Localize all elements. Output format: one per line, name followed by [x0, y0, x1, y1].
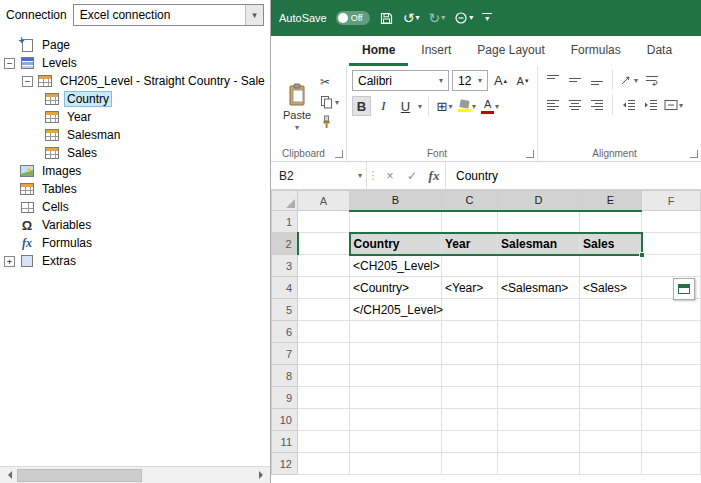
row-header-10[interactable]: 10	[272, 409, 298, 431]
cell[interactable]	[580, 387, 642, 409]
cell[interactable]	[298, 453, 350, 475]
tab-insert[interactable]: Insert	[408, 36, 464, 66]
cell[interactable]	[442, 453, 498, 475]
increase-indent-button[interactable]	[641, 95, 660, 115]
bold-button[interactable]: B	[352, 96, 371, 116]
cell-D2[interactable]: Salesman	[498, 233, 580, 255]
tree-item-level-ch205[interactable]: − CH205_Level - Straight Country - Sale	[0, 72, 270, 90]
tree-item-extras[interactable]: + Extras	[0, 252, 270, 270]
customize-toolbar-button[interactable]: ▾	[482, 13, 492, 23]
cell[interactable]	[498, 255, 580, 277]
cell[interactable]	[580, 255, 642, 277]
cell[interactable]	[498, 343, 580, 365]
horizontal-scrollbar[interactable]	[0, 466, 270, 483]
autosave-toggle[interactable]: Off	[336, 11, 370, 25]
cell-E4[interactable]: <Sales>	[580, 277, 642, 299]
row-header-8[interactable]: 8	[272, 365, 298, 387]
collapse-minus-icon[interactable]: −	[4, 58, 15, 69]
font-size-combobox[interactable]: 12 ▾	[452, 70, 488, 91]
tree-item-tables[interactable]: Tables	[0, 180, 270, 198]
column-header-c[interactable]: C	[442, 191, 498, 211]
wrap-text-button[interactable]	[642, 70, 661, 90]
italic-button[interactable]: I	[374, 96, 393, 116]
dialog-launcher-icon[interactable]	[335, 150, 343, 158]
cell[interactable]	[298, 321, 350, 343]
cell[interactable]	[642, 365, 701, 387]
cell[interactable]	[442, 299, 498, 321]
cell[interactable]	[642, 211, 701, 233]
cell[interactable]	[642, 409, 701, 431]
cell[interactable]	[442, 343, 498, 365]
cell[interactable]	[298, 255, 350, 277]
tree-item-sales[interactable]: Sales	[0, 144, 270, 162]
cell[interactable]	[298, 343, 350, 365]
fill-handle[interactable]	[639, 252, 645, 258]
confirm-entry-button[interactable]: ✓	[401, 162, 423, 189]
row-header-2[interactable]: 2	[272, 233, 298, 255]
row-header-9[interactable]: 9	[272, 387, 298, 409]
collapse-minus-icon[interactable]: −	[22, 76, 33, 87]
scroll-right-button[interactable]	[253, 467, 270, 483]
cell[interactable]	[498, 299, 580, 321]
cell[interactable]	[298, 211, 350, 233]
tab-data[interactable]: Data	[634, 36, 685, 66]
row-header-7[interactable]: 7	[272, 343, 298, 365]
name-box[interactable]: B2 ▾	[271, 162, 367, 189]
cell[interactable]	[498, 409, 580, 431]
cell[interactable]	[442, 211, 498, 233]
cell[interactable]	[298, 233, 350, 255]
font-name-combobox[interactable]: Calibri ▾	[352, 70, 449, 91]
tree-item-country[interactable]: Country	[0, 90, 270, 108]
tree-item-levels[interactable]: − Levels	[0, 54, 270, 72]
paste-button[interactable]: Paste ▾	[276, 70, 318, 145]
cell[interactable]	[580, 211, 642, 233]
cancel-entry-button[interactable]: ×	[379, 162, 401, 189]
cell[interactable]	[350, 211, 442, 233]
cell-B2[interactable]: Country	[350, 233, 442, 255]
orientation-button[interactable]: ▾	[619, 70, 639, 90]
align-right-button[interactable]	[587, 95, 606, 115]
cell[interactable]	[580, 299, 642, 321]
cell[interactable]	[498, 387, 580, 409]
cell[interactable]	[498, 365, 580, 387]
cell-B4[interactable]: <Country>	[350, 277, 442, 299]
cell[interactable]	[350, 321, 442, 343]
cell[interactable]	[350, 431, 442, 453]
font-color-button[interactable]: A ▾	[480, 96, 500, 116]
cell[interactable]	[298, 365, 350, 387]
cell[interactable]	[298, 431, 350, 453]
increase-font-button[interactable]: A▴	[491, 71, 510, 91]
align-center-button[interactable]	[565, 95, 584, 115]
cell[interactable]	[498, 211, 580, 233]
cell[interactable]	[442, 321, 498, 343]
cell[interactable]	[498, 321, 580, 343]
cell[interactable]	[642, 431, 701, 453]
align-middle-button[interactable]	[565, 70, 584, 90]
cell[interactable]	[350, 365, 442, 387]
row-header-4[interactable]: 4	[272, 277, 298, 299]
cell[interactable]	[442, 431, 498, 453]
align-bottom-button[interactable]	[587, 70, 606, 90]
tree-item-year[interactable]: Year	[0, 108, 270, 126]
cell[interactable]	[442, 255, 498, 277]
dialog-launcher-icon[interactable]	[526, 150, 534, 158]
undo-button[interactable]: ↺ ▾	[403, 11, 420, 25]
decrease-font-button[interactable]: A▾	[513, 71, 532, 91]
column-header-f[interactable]: F	[642, 191, 701, 211]
chevron-down-icon[interactable]: ▾	[245, 5, 263, 25]
row-header-6[interactable]: 6	[272, 321, 298, 343]
row-header-11[interactable]: 11	[272, 431, 298, 453]
cell[interactable]	[580, 431, 642, 453]
cell[interactable]	[350, 409, 442, 431]
insert-function-button[interactable]: fx	[423, 162, 445, 189]
cell[interactable]	[580, 365, 642, 387]
connection-select[interactable]: Excel connection ▾	[73, 4, 264, 26]
cell[interactable]	[350, 387, 442, 409]
cell[interactable]	[642, 321, 701, 343]
cell-B3[interactable]: <CH205_Level>	[350, 255, 442, 277]
cell[interactable]	[642, 255, 701, 277]
merge-center-button[interactable]: ▾	[663, 95, 684, 115]
align-left-button[interactable]	[543, 95, 562, 115]
cell[interactable]	[350, 343, 442, 365]
cell[interactable]	[580, 343, 642, 365]
